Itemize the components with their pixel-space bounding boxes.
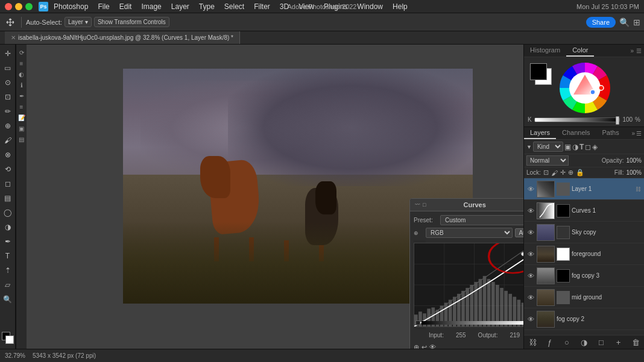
layer-item[interactable]: 👁 mid ground — [524, 287, 644, 308]
filter-text-icon[interactable]: T — [579, 143, 584, 151]
close-button[interactable] — [5, 3, 12, 10]
menu-window[interactable]: Window — [353, 1, 387, 12]
layer-visibility-toggle[interactable]: 👁 — [526, 228, 535, 237]
info-icon[interactable]: ℹ — [17, 81, 26, 89]
auto-select-dropdown[interactable]: Layer ▾ — [65, 17, 92, 27]
add-style-button[interactable]: ƒ — [545, 337, 555, 347]
layer-visibility-toggle[interactable]: 👁 — [526, 293, 535, 302]
workspace-icon[interactable]: ⊞ — [633, 17, 640, 27]
tool-clone[interactable]: ⊗ — [1, 148, 14, 161]
document-tab[interactable]: ✕ isabella-juskova-9aNItHjuOc0-unsplash.… — [5, 31, 240, 44]
share-button[interactable]: Share — [586, 17, 616, 28]
channel-select[interactable]: RGB — [426, 228, 513, 238]
menu-filter[interactable]: Filter — [250, 1, 274, 12]
canvas[interactable]: 〰 □ Curves » ✕ Preset: Custom — [27, 45, 523, 349]
view-icon[interactable]: 👁 — [429, 343, 436, 349]
tool-zoom[interactable]: 🔍 — [1, 293, 14, 306]
tool-spot-heal[interactable]: ⊕ — [1, 119, 14, 133]
lock-move-icon[interactable]: ✛ — [560, 169, 566, 176]
foreground-color-swatch[interactable] — [2, 332, 14, 344]
minimize-button[interactable] — [15, 3, 22, 10]
layer-item[interactable]: 👁 fog copy 2 — [524, 308, 644, 330]
lock-transparent-icon[interactable]: ⊡ — [543, 169, 549, 176]
note-icon[interactable]: 📝 — [17, 113, 26, 122]
layer-item[interactable]: 👁 Curves 1 — [524, 200, 644, 222]
pen-icon[interactable]: ✒ — [17, 92, 26, 100]
opacity-value[interactable]: 100% — [626, 157, 642, 164]
blend-mode-select[interactable]: Normal — [526, 155, 569, 166]
filter-smart-icon[interactable]: ◈ — [592, 143, 598, 151]
k-thumb[interactable] — [616, 116, 619, 125]
tool-text[interactable]: T — [1, 249, 14, 263]
tool-shape[interactable]: ▱ — [1, 278, 14, 292]
layers-panel-menu[interactable]: ☰ — [636, 130, 642, 137]
layer-visibility-toggle[interactable]: 👁 — [526, 315, 535, 323]
swatches-icon[interactable]: ▣ — [17, 124, 26, 133]
menu-edit[interactable]: Edit — [115, 1, 136, 12]
filter-adj-icon[interactable]: ◑ — [572, 143, 578, 151]
layer-visibility-toggle[interactable]: 👁 — [526, 272, 535, 280]
tool-brush[interactable]: 🖌 — [1, 134, 14, 147]
preset-select[interactable]: Custom — [440, 215, 523, 225]
history-icon[interactable]: ⟳ — [17, 48, 26, 57]
new-adjustment-button[interactable]: ◑ — [579, 337, 589, 347]
fill-value[interactable]: 100% — [626, 169, 642, 176]
new-layer-button[interactable]: + — [614, 337, 623, 347]
layer-item[interactable]: 👁 foreground — [524, 243, 644, 265]
show-transform-toggle[interactable]: Show Transform Controls — [94, 17, 169, 27]
menu-file[interactable]: File — [93, 1, 113, 12]
k-track[interactable] — [534, 117, 620, 122]
tool-lasso[interactable]: ⊙ — [1, 76, 14, 89]
color-panel-expand-icon[interactable]: » — [630, 48, 634, 54]
tool-eyedropper[interactable]: ✏ — [1, 105, 14, 118]
move-tool-icon[interactable] — [4, 16, 17, 29]
lock-brush-icon[interactable]: 🖌 — [551, 169, 558, 176]
clip-to-layer-icon[interactable]: ⊕ — [414, 343, 419, 349]
tool-history[interactable]: ⟲ — [1, 163, 14, 176]
tool-gradient[interactable]: ▤ — [1, 192, 14, 205]
maximize-button[interactable] — [25, 3, 33, 10]
add-mask-button[interactable]: ○ — [562, 337, 572, 347]
menu-select[interactable]: Select — [220, 1, 248, 12]
tool-move[interactable]: ✛ — [1, 47, 14, 60]
layer-visibility-toggle[interactable]: 👁 — [526, 185, 535, 193]
tool-eraser[interactable]: ◻ — [1, 177, 14, 190]
tab-channels[interactable]: Channels — [556, 127, 596, 139]
tool-path[interactable]: ⇡ — [1, 264, 14, 277]
menu-photoshop[interactable]: Photoshop — [49, 1, 92, 12]
color-panel-menu-icon[interactable]: ☰ — [636, 48, 642, 54]
menu-type[interactable]: Type — [195, 1, 219, 12]
layer-item[interactable]: 👁 Layer 1 ⛓ — [524, 178, 644, 200]
align-icon[interactable]: ≡ — [17, 102, 26, 111]
delete-layer-button[interactable]: 🗑 — [631, 337, 640, 347]
layer-visibility-toggle[interactable]: 👁 — [526, 207, 535, 215]
menu-layer[interactable]: Layer — [167, 1, 194, 12]
auto-button[interactable]: Auto — [515, 228, 523, 237]
layer-link-button[interactable]: ⛓ — [528, 337, 537, 347]
lock-all-icon[interactable]: 🔒 — [576, 169, 584, 176]
filter-pixel-icon[interactable]: ▣ — [564, 143, 571, 151]
layer-visibility-toggle[interactable]: 👁 — [526, 250, 535, 258]
tool-pen[interactable]: ✒ — [1, 235, 14, 248]
foreground-color[interactable] — [530, 63, 547, 80]
tool-blur[interactable]: ◯ — [1, 206, 14, 219]
menu-image[interactable]: Image — [137, 1, 165, 12]
layer-item[interactable]: 👁 Sky copy — [524, 222, 644, 243]
search-icon[interactable]: 🔍 — [619, 17, 630, 27]
tool-select[interactable]: ▭ — [1, 61, 14, 75]
layers-panel-expand[interactable]: » — [631, 130, 635, 137]
menu-help[interactable]: Help — [388, 1, 412, 12]
tab-layers[interactable]: Layers — [524, 127, 556, 139]
tab-histogram[interactable]: Histogram — [524, 45, 566, 57]
tool-dodge[interactable]: ◑ — [1, 220, 14, 234]
kind-filter[interactable]: Kind — [533, 142, 563, 152]
previous-state-icon[interactable]: ↩ — [421, 343, 427, 349]
filter-shape-icon[interactable]: ◻ — [585, 143, 591, 151]
tool-crop[interactable]: ⊡ — [1, 90, 14, 104]
properties-icon[interactable]: ≡ — [17, 59, 26, 67]
curves-graph[interactable] — [414, 243, 523, 327]
lock-artboard-icon[interactable]: ⊕ — [568, 169, 573, 176]
fg-bg-swatches[interactable] — [528, 61, 554, 87]
gradient-icon[interactable]: ▤ — [17, 135, 26, 143]
adjustments-icon[interactable]: ◐ — [17, 70, 26, 78]
